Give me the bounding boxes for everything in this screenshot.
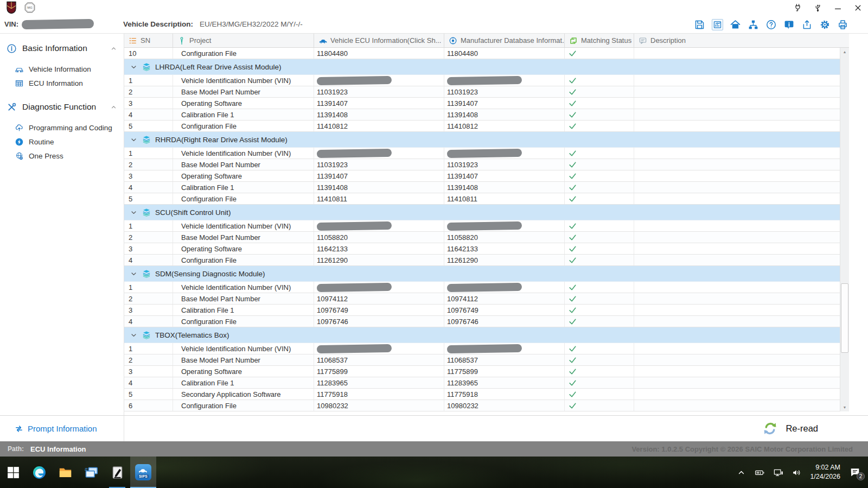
cell-sn-text: 2 [129, 295, 132, 303]
table-row[interactable]: 3Operating Software1164213311642133 [124, 243, 840, 255]
version-text: Version: 1.0.2.5 Copyright © 2026 SAIC M… [631, 445, 853, 453]
minimize-button[interactable] [833, 3, 843, 12]
scroll-up-arrow[interactable]: ▲ [840, 48, 849, 56]
ecu-group-header-tbox[interactable]: TBOX(Telematics Box) [124, 327, 840, 343]
cell-sn-text: 2 [129, 233, 132, 242]
cell-matching-status [565, 109, 634, 120]
table-row[interactable]: 3Operating Software1139140711391407 [124, 98, 840, 109]
table-row[interactable]: 2Base Model Part Number1106853711068537 [124, 354, 840, 366]
app-window: MG VIN: Vehicle Description: EU/EH3/MG/E… [0, 0, 868, 488]
column-header-sn[interactable]: SN [124, 34, 173, 47]
table-row[interactable]: 5Configuration File1141081111410811 [124, 193, 840, 205]
column-header-description[interactable]: Description [634, 34, 849, 47]
check-icon [568, 317, 577, 326]
table-row[interactable]: 5Configuration File1141081211410812 [124, 121, 840, 132]
cell-matching-status [565, 400, 634, 411]
table-row[interactable]: 2Base Model Part Number1105882011058820 [124, 232, 840, 243]
scrollbar-thumb[interactable] [841, 283, 848, 353]
table-row[interactable]: 2Base Model Part Number1097411210974112 [124, 293, 840, 305]
sidebar-item-ecu-information[interactable]: ECU Information [0, 76, 124, 90]
taskbar-app-file-explorer[interactable] [52, 457, 78, 488]
table-row[interactable]: 1Vehicle Identification Number (VIN) [124, 282, 840, 293]
grid-icon [15, 79, 24, 88]
cell-database-value: 11410812 [444, 121, 565, 131]
taskbar-app-start[interactable] [0, 457, 26, 488]
taskbar-app-pen-app[interactable] [104, 457, 130, 488]
column-header-vehicle-ecu-information-click-sh[interactable]: Vehicle ECU Information(Click Sh... [314, 34, 444, 47]
table-row[interactable]: 3Calibration File 11097674910976749 [124, 305, 840, 316]
sidebar-item-routine[interactable]: Routine [0, 135, 124, 149]
ecu-group-header-rhrda[interactable]: RHRDA(Right Rear Drive Assist Module) [124, 132, 840, 148]
volume-icon[interactable] [792, 467, 802, 478]
notification-center-icon[interactable]: 2 [848, 466, 861, 478]
sidebar-section-diagnostic-function[interactable]: Diagnostic Function [0, 98, 124, 116]
ecu-group-header-scu[interactable]: SCU(Shift Control Unit) [124, 205, 840, 220]
column-header-manufacturer-database-informat[interactable]: Manufacturer Database Informat... [444, 34, 565, 47]
info-button[interactable] [783, 19, 795, 30]
export-button[interactable] [801, 19, 813, 30]
cell-vehicle-ecu-value: 11391408 [314, 109, 444, 120]
cell-vehicle-ecu-value: 11031923 [314, 159, 444, 170]
table-row[interactable]: 1Vehicle Identification Number (VIN) [124, 148, 840, 159]
battery-icon[interactable] [755, 467, 765, 478]
table-row[interactable]: 4Configuration File1126129011261290 [124, 255, 840, 266]
sidebar-section-basic-information[interactable]: Basic Information [0, 39, 124, 58]
settings-button[interactable] [819, 19, 831, 30]
print-button[interactable] [837, 19, 848, 30]
table-header-row: SNProjectVehicle ECU Information(Click S… [124, 34, 849, 48]
table-row[interactable]: 4Configuration File1097674610976746 [124, 316, 840, 327]
topology-button[interactable] [748, 19, 759, 30]
cell-sn: 4 [124, 316, 173, 327]
usb-button[interactable] [813, 3, 822, 12]
tray-expand-icon[interactable] [736, 467, 746, 478]
prompt-information-button[interactable]: Prompt Information [14, 424, 97, 434]
cell-project-text: Configuration File [181, 318, 237, 326]
table-row[interactable]: 5Secondary Application Software117759181… [124, 389, 840, 400]
column-header-project[interactable]: Project [173, 34, 314, 47]
table-row[interactable]: 2Base Model Part Number1103192311031923 [124, 159, 840, 170]
cell-project-text: Vehicle Identification Number (VIN) [181, 149, 291, 157]
cell-sn-text: 2 [129, 161, 132, 169]
cell-description [634, 232, 840, 243]
vertical-scrollbar[interactable]: ▲ ▼ [840, 48, 849, 411]
cell-sn-text: 3 [129, 172, 132, 180]
re-read-button[interactable]: Re-read [762, 420, 818, 437]
cell-project: Base Model Part Number [173, 159, 314, 170]
taskbar-app-sips[interactable]: SIPS [130, 457, 156, 488]
scroll-down-arrow[interactable]: ▼ [840, 403, 849, 411]
ecu-group-header-lhrda[interactable]: LHRDA(Left Rear Drive Assist Module) [124, 59, 840, 75]
table-row[interactable]: 3Operating Software1139140711391407 [124, 170, 840, 182]
table-row[interactable]: 1Vehicle Identification Number (VIN) [124, 220, 840, 232]
close-button[interactable] [853, 3, 863, 12]
sidebar-item-vehicle-information[interactable]: Vehicle Information [0, 62, 124, 76]
save-button[interactable] [694, 19, 705, 30]
sidebar-section-label: Basic Information [22, 43, 87, 53]
report-button[interactable] [712, 19, 723, 30]
cell-sn-text: 5 [129, 390, 132, 398]
sidebar-item-one-press[interactable]: One Press [0, 149, 124, 163]
table-row[interactable]: 4Calibration File 11139140811391408 [124, 109, 840, 121]
cell-matching-status [565, 159, 634, 170]
plug-button[interactable] [793, 3, 802, 12]
taskbar-app-window-app[interactable] [78, 457, 104, 488]
table-row[interactable]: 4Calibration File 11139140811391408 [124, 182, 840, 193]
table-row[interactable]: 10Configuration File1180448011804480 [124, 48, 840, 59]
table-row[interactable]: 1Vehicle Identification Number (VIN) [124, 343, 840, 354]
table-row[interactable]: 3Operating Software1177589911775899 [124, 366, 840, 377]
column-header-matching-status[interactable]: Matching Status [565, 34, 634, 47]
sidebar-item-label: Programming and Coding [29, 124, 112, 132]
cell-database-value: 11031923 [444, 86, 565, 97]
taskbar-app-edge[interactable] [26, 457, 52, 488]
ecu-group-header-sdm[interactable]: SDM(Sensing Diagnostic Module) [124, 266, 840, 282]
sidebar-item-label: ECU Information [29, 79, 83, 87]
table-row[interactable]: 2Base Model Part Number1103192311031923 [124, 86, 840, 98]
home-button[interactable] [730, 19, 741, 30]
sidebar-item-programming-and-coding[interactable]: Programming and Coding [0, 121, 124, 135]
table-row[interactable]: 1Vehicle Identification Number (VIN) [124, 75, 840, 86]
cell-vehicle-ecu-value [314, 343, 444, 354]
help-button[interactable] [765, 19, 777, 30]
table-row[interactable]: 4Calibration File 11128396511283965 [124, 377, 840, 389]
taskbar-clock[interactable]: 9:02 AM 1/24/2026 [810, 463, 840, 481]
table-row[interactable]: 6Configuration File1098023210980232 [124, 400, 840, 411]
network-icon[interactable] [773, 467, 783, 478]
